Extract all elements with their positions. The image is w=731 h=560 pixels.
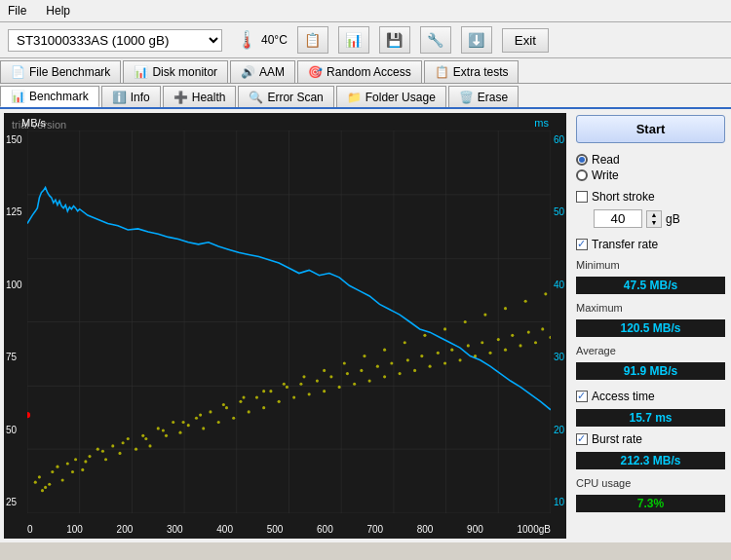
svg-point-88 bbox=[549, 336, 551, 339]
toolbar-btn-2[interactable]: 📊 bbox=[338, 26, 369, 54]
svg-point-55 bbox=[299, 383, 302, 386]
svg-point-115 bbox=[544, 292, 547, 295]
read-radio-item[interactable]: Read bbox=[576, 153, 725, 167]
y-left-50: 50 bbox=[6, 425, 22, 435]
write-radio-button[interactable] bbox=[576, 169, 588, 181]
minimum-label: Minimum bbox=[576, 259, 725, 271]
short-stroke-label: Short stroke bbox=[592, 190, 655, 204]
tab-error-scan[interactable]: 🔍 Error Scan bbox=[238, 86, 333, 107]
aam-icon: 🔊 bbox=[241, 65, 255, 79]
toolbar-btn-4[interactable]: 🔧 bbox=[420, 26, 451, 54]
svg-point-69 bbox=[406, 358, 409, 361]
svg-point-51 bbox=[269, 390, 272, 392]
short-stroke-spinner[interactable]: ▲ ▼ bbox=[646, 210, 662, 228]
svg-point-110 bbox=[443, 327, 446, 330]
y-right-10: 10 bbox=[554, 497, 564, 507]
svg-point-54 bbox=[292, 395, 295, 398]
toolbar-btn-1[interactable]: 📋 bbox=[297, 26, 328, 54]
minimum-value: 47.5 MB/s bbox=[576, 277, 725, 294]
svg-point-24 bbox=[66, 462, 69, 465]
svg-point-30 bbox=[111, 444, 114, 447]
x-1000: 1000gB bbox=[517, 524, 550, 535]
svg-point-109 bbox=[423, 334, 426, 337]
file-benchmark-icon: 📄 bbox=[11, 65, 25, 79]
svg-point-40 bbox=[187, 424, 190, 427]
svg-point-46 bbox=[232, 417, 235, 420]
svg-point-56 bbox=[308, 392, 311, 395]
chart-area: trial version MB/s ms 150 125 100 75 50 … bbox=[4, 113, 566, 539]
svg-point-80 bbox=[488, 352, 491, 355]
access-time-value: 15.7 ms bbox=[576, 409, 725, 427]
exit-button[interactable]: Exit bbox=[502, 28, 549, 53]
y-right-60: 60 bbox=[554, 134, 564, 145]
svg-point-105 bbox=[343, 361, 346, 364]
svg-point-28 bbox=[96, 448, 99, 451]
toolbar-btn-5[interactable]: ⬇️ bbox=[461, 26, 492, 54]
spin-down-button[interactable]: ▼ bbox=[647, 219, 661, 227]
health-icon: ➕ bbox=[173, 91, 188, 104]
temperature-value: 40°C bbox=[261, 33, 288, 47]
tab-erase[interactable]: 🗑️ Erase bbox=[448, 86, 519, 107]
tab-random-access[interactable]: 🎯 Random Access bbox=[297, 60, 422, 83]
short-stroke-checkbox[interactable] bbox=[576, 191, 588, 203]
svg-point-111 bbox=[464, 320, 467, 323]
average-label: Average bbox=[576, 345, 725, 356]
burst-rate-checkbox[interactable] bbox=[576, 433, 588, 445]
svg-point-108 bbox=[404, 341, 406, 344]
svg-point-93 bbox=[101, 450, 104, 453]
svg-point-67 bbox=[390, 361, 393, 364]
x-700: 700 bbox=[366, 524, 383, 535]
svg-point-99 bbox=[222, 403, 225, 406]
svg-point-48 bbox=[248, 410, 250, 413]
tab-health[interactable]: ➕ Health bbox=[163, 86, 237, 107]
write-radio-item[interactable]: Write bbox=[576, 168, 725, 182]
drive-select[interactable]: ST31000333AS (1000 gB) bbox=[8, 29, 222, 52]
toolbar-btn-3[interactable]: 💾 bbox=[379, 26, 410, 54]
access-time-checkbox[interactable] bbox=[576, 391, 588, 402]
svg-point-114 bbox=[524, 300, 527, 303]
svg-point-70 bbox=[413, 369, 416, 372]
svg-point-91 bbox=[71, 470, 74, 473]
short-stroke-row: Short stroke bbox=[576, 190, 725, 204]
svg-point-64 bbox=[368, 379, 371, 382]
tab-extra-tests[interactable]: 📋 Extra tests bbox=[424, 60, 519, 83]
x-600: 600 bbox=[317, 524, 333, 535]
spin-up-button[interactable]: ▲ bbox=[647, 211, 661, 219]
tab-disk-monitor[interactable]: 📊 Disk monitor bbox=[123, 60, 228, 83]
tab-info[interactable]: ℹ️ Info bbox=[101, 86, 161, 107]
svg-point-75 bbox=[450, 349, 453, 352]
svg-point-47 bbox=[239, 400, 242, 403]
tab-folder-usage-label: Folder Usage bbox=[366, 91, 436, 104]
menu-file[interactable]: File bbox=[4, 2, 30, 19]
burst-rate-item[interactable]: Burst rate bbox=[576, 432, 725, 446]
svg-point-92 bbox=[84, 460, 87, 463]
cpu-usage-value: 7.3% bbox=[576, 495, 725, 512]
access-time-item[interactable]: Access time bbox=[576, 390, 725, 403]
tab-benchmark[interactable]: 📊 Benchmark bbox=[0, 86, 99, 107]
svg-point-86 bbox=[534, 341, 537, 344]
transfer-rate-item[interactable]: Transfer rate bbox=[576, 238, 725, 251]
folder-usage-icon: 📁 bbox=[347, 91, 362, 104]
main-content: trial version MB/s ms 150 125 100 75 50 … bbox=[0, 109, 731, 542]
tab-folder-usage[interactable]: 📁 Folder Usage bbox=[336, 86, 446, 107]
read-radio-button[interactable] bbox=[576, 154, 588, 166]
svg-point-103 bbox=[302, 375, 305, 378]
transfer-rate-checkbox[interactable] bbox=[576, 239, 588, 250]
thermometer-icon: 🌡️ bbox=[236, 29, 257, 51]
short-stroke-input[interactable] bbox=[594, 209, 642, 228]
svg-point-112 bbox=[483, 313, 486, 316]
tab-file-benchmark[interactable]: 📄 File Benchmark bbox=[0, 60, 121, 83]
benchmark-icon: 📊 bbox=[11, 90, 25, 103]
tab-info-label: Info bbox=[131, 91, 150, 104]
y-right-40: 40 bbox=[554, 280, 564, 290]
x-0: 0 bbox=[27, 524, 33, 535]
tab-aam[interactable]: 🔊 AAM bbox=[230, 60, 295, 83]
error-scan-icon: 🔍 bbox=[249, 91, 263, 104]
menu-help[interactable]: Help bbox=[42, 2, 74, 19]
svg-point-21 bbox=[51, 470, 54, 473]
svg-point-84 bbox=[519, 344, 521, 347]
svg-point-34 bbox=[141, 434, 144, 437]
start-button[interactable]: Start bbox=[576, 115, 725, 143]
svg-point-18 bbox=[34, 481, 37, 484]
y-axis-left-title: MB/s bbox=[21, 117, 46, 129]
